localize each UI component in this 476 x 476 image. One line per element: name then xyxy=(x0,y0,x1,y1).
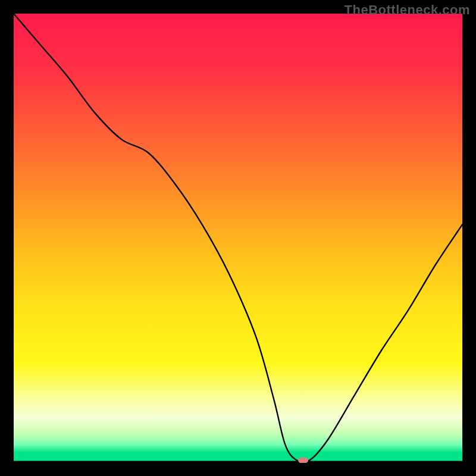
optimal-marker xyxy=(298,458,308,463)
watermark-text: TheBottleneck.com xyxy=(345,2,470,18)
bottleneck-plot xyxy=(14,14,462,462)
gradient-background xyxy=(14,14,462,462)
chart-container: TheBottleneck.com xyxy=(0,0,476,476)
baseline xyxy=(14,461,462,462)
